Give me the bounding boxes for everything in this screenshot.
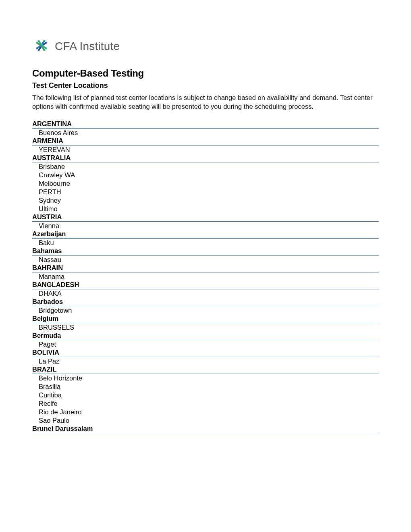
logo-text: CFA Institute [55, 40, 120, 53]
city-item: BRUSSELS [32, 323, 379, 332]
city-item: Baku [32, 239, 379, 247]
countries-list: ARGENTINABuenos AiresARMENIAYEREVANAUSTR… [32, 120, 379, 433]
city-item: Curitiba [32, 391, 379, 399]
city-item: YEREVAN [32, 145, 379, 154]
city-item: Belo Horizonte [32, 374, 379, 382]
city-item: Brasilia [32, 382, 379, 391]
city-item: Sao Paulo [32, 416, 379, 425]
city-item: Melbourne [32, 179, 379, 188]
city-item: La Paz [32, 357, 379, 366]
city-item: Rio de Janeiro [32, 408, 379, 416]
country-name: AUSTRIA [32, 213, 379, 222]
city-item: Bridgetown [32, 306, 379, 315]
country-name: BANGLADESH [32, 281, 379, 289]
country-name: ARGENTINA [32, 120, 379, 129]
country-name: BRAZIL [32, 366, 379, 374]
cfa-logo-icon [32, 36, 51, 56]
page-subtitle: Test Center Locations [32, 81, 379, 90]
city-item: Brisbane [32, 162, 379, 171]
country-name: BAHRAIN [32, 264, 379, 272]
city-item: Recife [32, 399, 379, 408]
city-item: Nassau [32, 256, 379, 264]
country-name: BOLIVIA [32, 349, 379, 357]
country-name: Barbados [32, 298, 379, 306]
country-name: Bermuda [32, 332, 379, 340]
country-name: Belgium [32, 315, 379, 323]
city-item: Paget [32, 340, 379, 349]
page-title: Computer-Based Testing [32, 68, 379, 79]
intro-paragraph: The following list of planned test cente… [32, 93, 379, 111]
city-item: PERTH [32, 188, 379, 196]
city-item: Buenos Aires [32, 129, 379, 137]
logo-row: CFA Institute [32, 36, 379, 56]
country-name: Bahamas [32, 247, 379, 256]
city-item: Vienna [32, 222, 379, 230]
city-item: Crawley WA [32, 171, 379, 179]
city-item: Ultimo [32, 205, 379, 213]
country-name: Brunei Darussalam [32, 425, 379, 433]
city-item: Sydney [32, 196, 379, 205]
city-item: Manama [32, 272, 379, 281]
country-name: ARMENIA [32, 137, 379, 145]
country-name: AUSTRALIA [32, 154, 379, 162]
city-item: DHAKA [32, 289, 379, 298]
country-name: Azerbaijan [32, 230, 379, 239]
document-page: CFA Institute Computer-Based Testing Tes… [0, 0, 411, 457]
